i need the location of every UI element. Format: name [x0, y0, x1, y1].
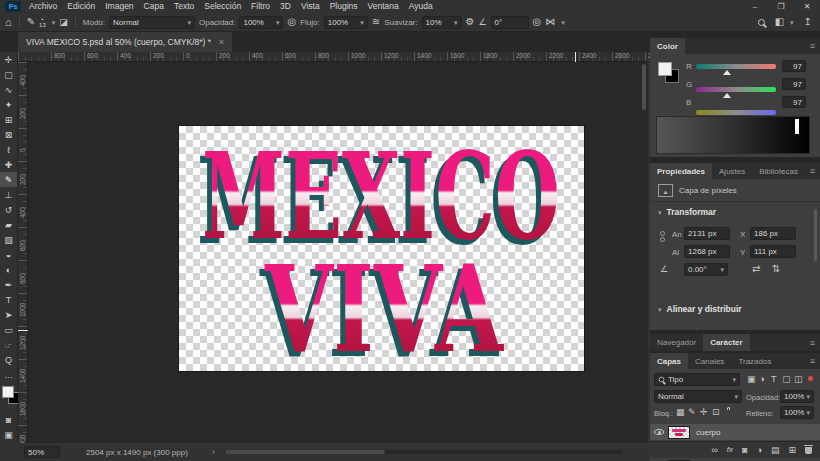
blend-mode-select[interactable]: Normal ▾: [109, 16, 195, 29]
tool-spot-healing[interactable]: ✚: [0, 157, 17, 172]
brush-preset-chevron-icon[interactable]: ▾: [52, 19, 56, 26]
channel-r-slider[interactable]: [696, 64, 776, 69]
vertical-scrollbar[interactable]: [642, 64, 646, 110]
channel-b-slider[interactable]: [696, 110, 776, 115]
tab-navegador[interactable]: Navegador: [650, 334, 703, 351]
height-input[interactable]: 1268 px: [684, 245, 730, 258]
brush-size-preview[interactable]: • 13: [39, 16, 46, 28]
horizontal-ruler[interactable]: 8006004002000200400600800100012001400160…: [18, 52, 648, 62]
layer-filter-select[interactable]: Tipo ▾: [654, 373, 740, 386]
window-close-button[interactable]: ✕: [794, 0, 820, 13]
layer-opacity-select[interactable]: 100% ▾: [780, 390, 814, 403]
tool-more-options[interactable]: …: [0, 367, 17, 382]
filter-type-layers-icon[interactable]: T: [771, 375, 777, 384]
airbrush-icon[interactable]: ≋: [372, 17, 380, 27]
menu-capa[interactable]: Capa: [139, 0, 169, 13]
lock-artboard-icon[interactable]: ⊡: [712, 408, 720, 417]
tab-ajustes[interactable]: Ajustes: [712, 163, 752, 179]
workspace-chevron-icon[interactable]: ▾: [790, 19, 794, 26]
channel-g-value[interactable]: 97: [782, 78, 806, 90]
brush-tool-preset-icon[interactable]: ✎: [27, 17, 35, 27]
channel-g-slider[interactable]: [696, 87, 776, 92]
tool-hand[interactable]: ☞: [0, 337, 17, 352]
tool-brush[interactable]: ✎: [0, 172, 17, 187]
panel-menu-icon[interactable]: ≡: [810, 166, 815, 176]
tool-shape[interactable]: ▭: [0, 322, 17, 337]
layer-row-cuerpo[interactable]: cuerpo: [650, 424, 820, 440]
tool-eraser[interactable]: ▰: [0, 217, 17, 232]
color-ramp-marker[interactable]: [795, 119, 799, 134]
tool-eyedropper[interactable]: ℓ: [0, 142, 17, 157]
brush-angle-input[interactable]: 0°: [491, 16, 529, 29]
tab-bibliotecas[interactable]: Bibliotecas: [752, 163, 805, 179]
gear-icon[interactable]: ⚙: [466, 17, 475, 27]
menu-imagen[interactable]: Imagen: [100, 0, 138, 13]
menu-vista[interactable]: Vista: [296, 0, 325, 13]
symmetry-icon[interactable]: ⋈: [545, 17, 555, 27]
tool-dodge[interactable]: ◐: [0, 262, 17, 277]
tab-capas[interactable]: Capas: [650, 353, 688, 369]
filter-shape-layers-icon[interactable]: ▢: [782, 375, 791, 384]
document-tab[interactable]: VIVA MEXICO 5.psd al 50% (cuerpo, CMYK/8…: [18, 32, 232, 52]
menu-texto[interactable]: Texto: [169, 0, 199, 13]
tool-blur[interactable]: ◒: [0, 247, 17, 262]
color-ramp[interactable]: [656, 116, 810, 154]
menu-seleccion[interactable]: Selección: [199, 0, 246, 13]
tool-crop[interactable]: ⊞: [0, 112, 17, 127]
flip-vertical-icon[interactable]: ⇅: [772, 264, 780, 274]
document-canvas[interactable]: MEXICO MEXICO VIVA VIVA: [178, 125, 585, 372]
menu-archivo[interactable]: Archivo: [24, 0, 62, 13]
width-input[interactable]: 2131 px: [684, 227, 730, 240]
y-input[interactable]: 111 px: [750, 245, 796, 258]
menu-filtro[interactable]: Filtro: [246, 0, 275, 13]
channel-b-value[interactable]: 97: [782, 96, 806, 108]
slider-thumb[interactable]: [723, 70, 731, 75]
tool-frame[interactable]: ⊠: [0, 127, 17, 142]
layer-thumbnail[interactable]: [668, 426, 690, 439]
tool-pen[interactable]: ✒: [0, 277, 17, 292]
search-icon[interactable]: [758, 19, 765, 26]
zoom-level-input[interactable]: 50%: [24, 446, 60, 458]
vertical-ruler[interactable]: 400200020040060080010001200140016001800: [18, 62, 28, 443]
share-icon[interactable]: ↥: [804, 17, 812, 27]
new-group-icon[interactable]: ▤: [771, 446, 780, 455]
tool-marquee[interactable]: ▢: [0, 67, 17, 82]
tab-canales[interactable]: Canales: [688, 353, 731, 369]
panel-menu-icon[interactable]: ≡: [810, 356, 815, 366]
color-swatches[interactable]: [658, 62, 680, 84]
horizontal-scrollbar[interactable]: [223, 450, 623, 454]
collapse-chevron-icon[interactable]: ▾: [658, 306, 662, 313]
flow-select[interactable]: 100% ▾: [324, 16, 368, 29]
channel-r-value[interactable]: 97: [782, 60, 806, 72]
new-layer-icon[interactable]: ⊞: [788, 446, 796, 455]
lock-position-icon[interactable]: ✛: [700, 408, 708, 417]
filter-adjustment-layers-icon[interactable]: ◑: [759, 375, 764, 384]
collapse-chevron-icon[interactable]: ▾: [658, 209, 662, 216]
menu-ayuda[interactable]: Ayuda: [404, 0, 438, 13]
opacity-select[interactable]: 100% ▾: [239, 16, 283, 29]
tool-gradient[interactable]: ▧: [0, 232, 17, 247]
window-minimize-button[interactable]: –: [742, 0, 768, 13]
toggle-brush-panel-icon[interactable]: ◪: [59, 18, 68, 27]
foreground-color-swatch[interactable]: [2, 386, 14, 398]
delete-layer-icon[interactable]: [805, 447, 812, 454]
x-input[interactable]: 186 px: [750, 227, 796, 240]
menu-ventana[interactable]: Ventana: [363, 0, 404, 13]
tab-propiedades[interactable]: Propiedades: [650, 163, 712, 179]
window-restore-button[interactable]: ❐: [768, 0, 794, 13]
tab-caracter[interactable]: Carácter: [703, 334, 749, 351]
filter-smart-objects-icon[interactable]: ◫: [794, 375, 803, 384]
layer-name[interactable]: cuerpo: [696, 428, 720, 437]
quick-mask-button[interactable]: ◙: [0, 412, 17, 427]
link-layers-icon[interactable]: ∞: [711, 446, 717, 455]
status-chevron-icon[interactable]: ›: [212, 448, 215, 457]
filter-toggle-icon[interactable]: [808, 376, 813, 381]
tool-lasso[interactable]: ∿: [0, 82, 17, 97]
tab-trazados[interactable]: Trazados: [731, 353, 778, 369]
lock-pixels-icon[interactable]: ✎: [688, 408, 696, 417]
tool-history-brush[interactable]: ↺: [0, 202, 17, 217]
tool-quick-selection[interactable]: ✦: [0, 97, 17, 112]
link-dimensions-icon[interactable]: [660, 231, 665, 242]
smoothing-select[interactable]: 10% ▾: [422, 16, 462, 29]
panel-menu-icon[interactable]: ≡: [810, 41, 815, 51]
